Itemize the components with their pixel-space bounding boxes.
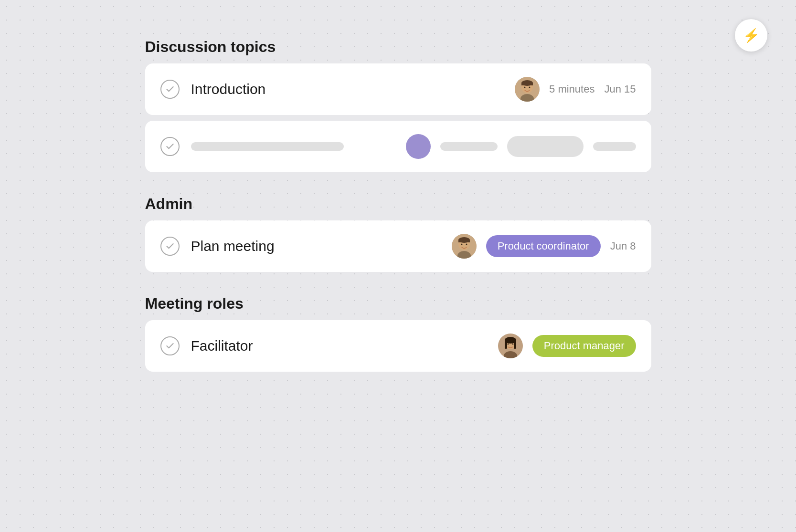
svg-rect-4 <box>521 83 533 85</box>
card-facilitator[interactable]: Facilitator <box>145 320 651 372</box>
skeleton-date-bar <box>593 142 636 151</box>
item-right-plan-meeting: Product coordinator Jun 8 <box>452 234 636 259</box>
meta-date-plan-meeting: Jun 8 <box>610 240 636 252</box>
meta-date-introduction: Jun 15 <box>604 83 636 95</box>
section-title-admin: Admin <box>145 195 651 213</box>
section-title-discussion-topics: Discussion topics <box>145 38 651 56</box>
card-introduction[interactable]: Introduction <box>145 63 651 115</box>
badge-product-manager: Product manager <box>532 335 636 357</box>
avatar-plan-meeting <box>452 234 477 259</box>
card-plan-meeting[interactable]: Plan meeting Product coordinator <box>145 220 651 272</box>
main-container: Discussion topics Introduction <box>88 0 709 433</box>
section-title-meeting-roles: Meeting roles <box>145 295 651 313</box>
item-title-introduction: Introduction <box>191 81 504 97</box>
section-meeting-roles: Meeting roles Facilitator <box>145 295 651 372</box>
lightning-button[interactable]: ⚡ <box>735 19 767 52</box>
svg-rect-11 <box>458 240 470 242</box>
lightning-icon: ⚡ <box>743 28 760 43</box>
svg-rect-20 <box>505 340 516 343</box>
item-right-facilitator: Product manager <box>498 334 636 358</box>
item-right-skeleton <box>406 134 636 159</box>
skeleton-avatar <box>406 134 431 159</box>
avatar-introduction <box>515 77 540 102</box>
item-title-plan-meeting: Plan meeting <box>191 238 440 254</box>
section-discussion-topics: Discussion topics Introduction <box>145 38 651 172</box>
svg-point-12 <box>461 244 462 245</box>
svg-point-21 <box>507 344 509 345</box>
skeleton-badge-bar <box>507 136 584 157</box>
card-skeleton <box>145 121 651 172</box>
svg-point-5 <box>524 87 526 88</box>
badge-product-coordinator: Product coordinator <box>486 235 601 257</box>
svg-point-6 <box>529 87 531 88</box>
skeleton-meta-bar <box>440 142 498 151</box>
section-admin: Admin Plan meeting <box>145 195 651 272</box>
avatar-facilitator <box>498 334 523 358</box>
check-icon-facilitator <box>160 336 180 355</box>
svg-point-13 <box>466 244 467 245</box>
skeleton-title-bar <box>191 142 344 151</box>
check-icon-skeleton <box>160 137 180 156</box>
check-icon-plan-meeting <box>160 237 180 256</box>
check-icon-introduction <box>160 80 180 99</box>
item-right-introduction: 5 minutes Jun 15 <box>515 77 636 102</box>
item-title-facilitator: Facilitator <box>191 338 487 354</box>
svg-point-22 <box>512 344 513 345</box>
meta-duration-introduction: 5 minutes <box>549 83 594 95</box>
